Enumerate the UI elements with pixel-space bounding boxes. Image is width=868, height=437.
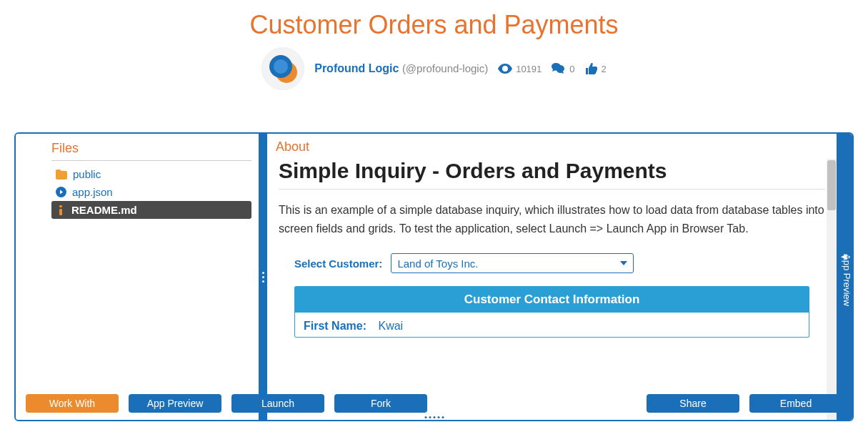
files-heading: Files [51,139,251,161]
file-item-appjson[interactable]: app.json [51,183,251,201]
share-button[interactable]: Share [647,394,739,413]
workspace: Files public app.json README.md About [14,132,854,421]
readme-body: This is an example of a simple database … [279,201,825,237]
eye-icon [498,64,512,74]
folder-icon [56,170,67,180]
file-item-public[interactable]: public [51,165,251,183]
first-name-value: Kwai [378,320,403,332]
author-block: Profound Logic (@profound-logic) [314,62,488,75]
file-label: app.json [72,186,113,198]
readme-title: Simple Inquiry - Orders and Payments [279,159,825,190]
info-icon [56,205,66,215]
meta-row: Profound Logic (@profound-logic) 10191 0… [0,47,868,90]
select-customer-dropdown[interactable]: Land of Toys Inc. [391,253,634,273]
app-preview-tab[interactable]: App Preview ◀ [837,134,852,420]
author-name[interactable]: Profound Logic [314,62,399,74]
readme-area: Simple Inquiry - Orders and Payments Thi… [267,159,837,420]
toolbar: Work With App Preview Launch Fork Share … [26,391,842,416]
fork-button[interactable]: Fork [334,394,427,413]
contact-card: Customer Contact Information First Name:… [294,286,809,338]
files-panel: Files public app.json README.md [44,134,259,420]
vertical-splitter[interactable] [259,134,267,420]
svg-rect-5 [59,209,62,215]
first-name-label: First Name: [304,320,375,333]
left-rail [16,134,44,420]
comments-count: 0 [569,64,574,74]
content-panel: About Simple Inquiry - Orders and Paymen… [267,134,837,420]
contact-card-heading: Customer Contact Information [295,287,809,313]
thumbs-up-icon [585,63,598,74]
svg-point-2 [274,59,288,74]
comments-stat[interactable]: 0 [552,63,574,74]
views-count: 10191 [516,64,542,74]
app-preview-tab-label: App Preview [842,254,852,306]
scrollbar-track[interactable] [827,159,837,420]
about-heading: About [267,134,837,159]
select-customer-row: Select Customer: Land of Toys Inc. [294,253,825,273]
play-circle-icon [56,187,66,197]
file-item-readme[interactable]: README.md [51,201,251,219]
likes-stat[interactable]: 2 [585,63,607,74]
file-label: README.md [71,204,137,216]
select-customer-label: Select Customer: [294,257,382,270]
views-stat: 10191 [498,64,542,74]
work-with-button[interactable]: Work With [26,394,119,413]
scrollbar-thumb[interactable] [827,160,836,210]
launch-button[interactable]: Launch [231,394,324,413]
bottom-resize-handle[interactable] [424,416,444,418]
comments-icon [552,63,566,74]
select-value: Land of Toys Inc. [397,257,478,270]
embed-button[interactable]: Embed [749,394,842,413]
file-label: public [73,168,101,180]
app-preview-button[interactable]: App Preview [129,394,221,413]
author-avatar[interactable] [261,47,304,90]
likes-count: 2 [602,64,607,74]
triangle-left-icon: ◀ [840,252,849,261]
author-handle: (@profound-logic) [402,62,488,74]
chevron-down-icon [620,261,627,265]
page-title: Customer Orders and Payments [0,10,868,40]
contact-card-body: First Name: Kwai [295,313,809,337]
svg-rect-4 [59,205,62,207]
